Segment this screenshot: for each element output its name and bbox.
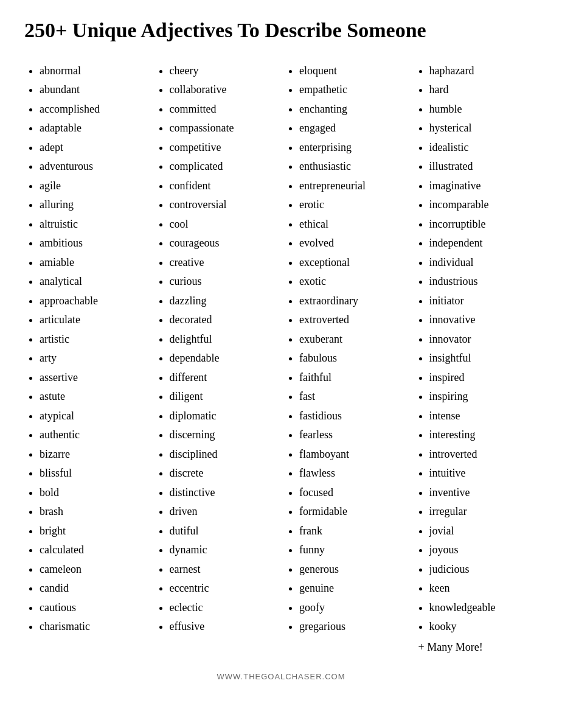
more-label: + Many More!	[417, 638, 535, 657]
list-item: adaptable	[40, 119, 145, 138]
list-item: articulate	[40, 310, 145, 330]
list-item: inspiring	[429, 387, 535, 407]
list-item: alluring	[40, 195, 145, 215]
list-item: dazzling	[170, 292, 276, 311]
list-item: dutiful	[170, 522, 276, 541]
list-item: innovative	[429, 310, 535, 330]
list-item: bright	[40, 522, 145, 541]
list-item: kooky	[429, 617, 535, 637]
list-item: ethical	[299, 215, 405, 234]
list-item: jovial	[429, 522, 535, 541]
list-item: decorated	[170, 310, 276, 330]
list-item: collaborative	[170, 80, 276, 100]
list-item: eclectic	[170, 598, 276, 618]
list-item: amiable	[40, 253, 145, 273]
list-item: compassionate	[170, 119, 276, 138]
list-item: erotic	[299, 195, 405, 215]
list-item: fast	[299, 387, 405, 407]
list-item: judicious	[429, 560, 535, 579]
list-item: flamboyant	[299, 445, 405, 464]
list-item: initiator	[429, 292, 535, 311]
list-item: generous	[299, 560, 405, 579]
list-item: industrious	[429, 272, 535, 292]
list-item: bold	[40, 483, 145, 503]
list-1: abnormalabundantaccomplishedadaptableade…	[27, 61, 145, 637]
list-2: cheerycollaborativecommittedcompassionat…	[158, 61, 276, 637]
list-3: eloquentempatheticenchantingengagedenter…	[287, 61, 405, 637]
list-item: humble	[429, 100, 535, 119]
list-item: irregular	[429, 502, 535, 522]
list-item: entrepreneurial	[299, 177, 405, 196]
list-item: discrete	[170, 464, 276, 483]
column-2: cheerycollaborativecommittedcompassionat…	[154, 61, 279, 657]
list-item: enterprising	[299, 138, 405, 158]
list-item: cameleon	[40, 560, 145, 579]
list-item: abnormal	[40, 61, 145, 81]
list-item: flawless	[299, 464, 405, 483]
list-item: analytical	[40, 272, 145, 292]
list-item: inventive	[429, 483, 535, 503]
list-item: exuberant	[299, 330, 405, 349]
list-item: accomplished	[40, 100, 145, 119]
list-item: hysterical	[429, 119, 535, 138]
list-item: creative	[170, 253, 276, 273]
list-item: goofy	[299, 598, 405, 618]
list-item: courageous	[170, 234, 276, 253]
list-item: inspired	[429, 368, 535, 388]
list-item: adventurous	[40, 157, 145, 177]
list-item: earnest	[170, 560, 276, 579]
list-item: calculated	[40, 541, 145, 560]
list-item: approachable	[40, 292, 145, 311]
list-item: disciplined	[170, 445, 276, 464]
list-item: engaged	[299, 119, 405, 138]
list-item: delightful	[170, 330, 276, 349]
list-item: intuitive	[429, 464, 535, 483]
list-item: diligent	[170, 387, 276, 407]
list-item: ambitious	[40, 234, 145, 253]
list-item: hard	[429, 80, 535, 100]
list-item: artistic	[40, 330, 145, 349]
list-item: fabulous	[299, 349, 405, 368]
list-item: independent	[429, 234, 535, 253]
list-item: insightful	[429, 349, 535, 368]
list-item: innovator	[429, 330, 535, 349]
list-item: candid	[40, 579, 145, 598]
list-item: assertive	[40, 368, 145, 388]
list-item: agile	[40, 177, 145, 196]
list-item: formidable	[299, 502, 405, 522]
list-4: haphazardhardhumblehystericalidealistici…	[417, 61, 535, 637]
list-item: brash	[40, 502, 145, 522]
list-item: arty	[40, 349, 145, 368]
list-item: authentic	[40, 425, 145, 445]
list-item: extraordinary	[299, 292, 405, 311]
list-item: haphazard	[429, 61, 535, 81]
list-item: extroverted	[299, 310, 405, 330]
list-item: knowledgeable	[429, 598, 535, 618]
list-item: funny	[299, 541, 405, 560]
list-item: introverted	[429, 445, 535, 464]
list-item: different	[170, 368, 276, 388]
list-item: diplomatic	[170, 407, 276, 426]
list-item: atypical	[40, 407, 145, 426]
list-item: evolved	[299, 234, 405, 253]
list-item: abundant	[40, 80, 145, 100]
list-item: fastidious	[299, 407, 405, 426]
list-item: complicated	[170, 157, 276, 177]
list-item: dynamic	[170, 541, 276, 560]
list-item: frank	[299, 522, 405, 541]
column-3: eloquentempatheticenchantingengagedenter…	[284, 61, 408, 657]
list-item: fearless	[299, 425, 405, 445]
list-item: competitive	[170, 138, 276, 158]
column-4: haphazardhardhumblehystericalidealistici…	[414, 61, 538, 657]
list-item: charismatic	[40, 617, 145, 637]
list-item: enchanting	[299, 100, 405, 119]
list-item: cheery	[170, 61, 276, 81]
list-item: controversial	[170, 195, 276, 215]
list-item: empathetic	[299, 80, 405, 100]
list-item: discerning	[170, 425, 276, 445]
list-item: genuine	[299, 579, 405, 598]
list-item: individual	[429, 253, 535, 273]
list-item: altruistic	[40, 215, 145, 234]
list-item: eloquent	[299, 61, 405, 81]
column-1: abnormalabundantaccomplishedadaptableade…	[24, 61, 148, 657]
